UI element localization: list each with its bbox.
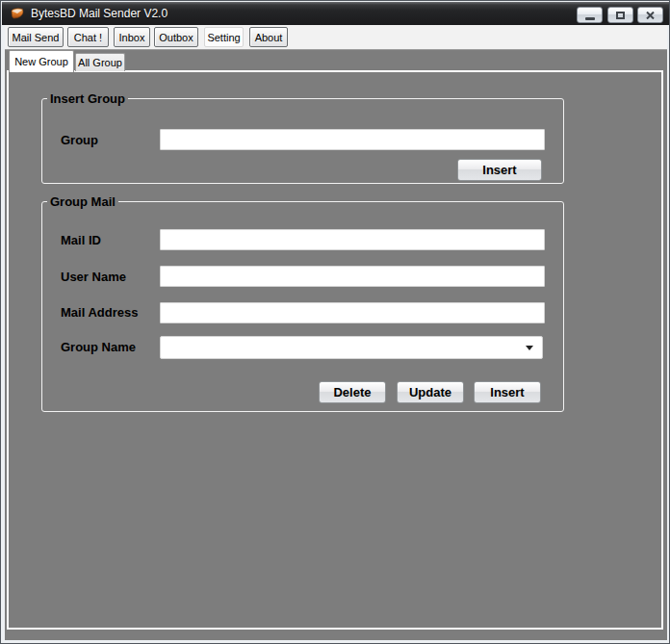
close-icon <box>646 12 655 19</box>
mail-id-input[interactable] <box>160 229 545 250</box>
maximize-icon <box>616 12 625 19</box>
user-name-input[interactable] <box>160 266 545 287</box>
toolbar-button-outbox[interactable]: Outbox <box>154 27 198 47</box>
mail-address-label: Mail Address <box>61 305 138 320</box>
mail-app-icon <box>10 6 25 21</box>
toolbar: Mail Send Chat ! Inbox Outbox Setting Ab… <box>5 25 667 50</box>
toolbar-button-setting[interactable]: Setting <box>204 27 244 47</box>
group-name-combobox[interactable] <box>160 336 543 359</box>
minimize-button[interactable] <box>577 7 603 23</box>
update-button[interactable]: Update <box>397 381 464 403</box>
toolbar-button-mail-send[interactable]: Mail Send <box>8 27 64 47</box>
tab-all-group[interactable]: All Group <box>75 53 125 71</box>
group-input[interactable] <box>160 129 545 150</box>
user-name-label: User Name <box>61 270 126 284</box>
mail-address-input[interactable] <box>160 302 545 323</box>
group-label: Group <box>61 133 98 147</box>
chevron-down-icon <box>526 346 533 350</box>
mail-id-label: Mail ID <box>61 233 101 247</box>
toolbar-button-chat[interactable]: Chat ! <box>67 27 109 47</box>
insert-mail-button[interactable]: Insert <box>474 381 541 403</box>
tab-new-group[interactable]: New Group <box>9 50 74 72</box>
delete-button[interactable]: Delete <box>319 381 386 403</box>
titlebar: BytesBD Mail Sender V2.0 <box>2 2 670 25</box>
app-window: BytesBD Mail Sender V2.0 Mail Send Chat … <box>0 0 670 644</box>
group-mail-legend: Group Mail <box>47 194 118 209</box>
close-button[interactable] <box>637 7 663 23</box>
window-title: BytesBD Mail Sender V2.0 <box>31 6 168 21</box>
maximize-button[interactable] <box>607 7 633 23</box>
insert-group-legend: Insert Group <box>47 91 128 106</box>
toolbar-button-about[interactable]: About <box>249 27 288 47</box>
minimize-icon <box>585 17 595 20</box>
toolbar-button-inbox[interactable]: Inbox <box>114 27 150 47</box>
group-name-label: Group Name <box>61 340 136 354</box>
insert-group-button[interactable]: Insert <box>457 159 542 181</box>
